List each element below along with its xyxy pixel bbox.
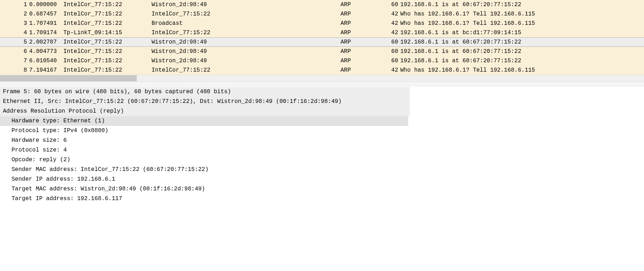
packet-info: 192.168.6.1 is at 60:67:20:77:15:22 xyxy=(400,0,644,9)
packet-number: 7 xyxy=(0,56,29,66)
packet-time: 1.707491 xyxy=(29,19,63,28)
packet-row[interactable]: 20.687457IntelCor_77:15:22IntelCor_77:15… xyxy=(0,9,644,19)
packet-row[interactable]: 87.194167IntelCor_77:15:22IntelCor_77:15… xyxy=(0,66,644,75)
packet-row[interactable]: 10.000000IntelCor_77:15:22Wistron_2d:98:… xyxy=(0,0,644,9)
packet-row[interactable]: 41.709174Tp-LinkT_09:14:15IntelCor_77:15… xyxy=(0,28,644,37)
packet-length: 42 xyxy=(378,9,400,19)
packet-length: 42 xyxy=(378,19,400,28)
packet-number: 2 xyxy=(0,9,29,19)
packet-length: 60 xyxy=(378,47,400,56)
packet-info: 192.168.6.1 is at 60:67:20:77:15:22 xyxy=(400,38,644,46)
detail-field-sender-mac[interactable]: Sender MAC address: IntelCor_77:15:22 (6… xyxy=(3,165,644,175)
packet-length: 60 xyxy=(378,56,400,66)
packet-time: 6.010540 xyxy=(29,56,63,66)
packet-number: 3 xyxy=(0,19,29,28)
detail-arp-summary[interactable]: Address Resolution Protocol (reply) xyxy=(0,107,410,116)
packet-length: 42 xyxy=(378,66,400,75)
packet-destination: Wistron_2d:98:49 xyxy=(152,38,341,46)
packet-source: IntelCor_77:15:22 xyxy=(63,56,152,66)
packet-protocol: ARP xyxy=(341,56,378,66)
detail-field-sender-ip[interactable]: Sender IP address: 192.168.6.1 xyxy=(3,175,644,184)
packet-protocol: ARP xyxy=(341,66,378,75)
horizontal-scrollbar[interactable] xyxy=(0,75,644,82)
packet-source: IntelCor_77:15:22 xyxy=(63,38,152,46)
detail-field-hardware-type[interactable]: Hardware type: Ethernet (1) xyxy=(0,116,408,126)
detail-field-target-ip[interactable]: Target IP address: 192.168.6.117 xyxy=(3,194,644,204)
detail-field-protocol-size[interactable]: Protocol size: 4 xyxy=(3,145,644,155)
packet-protocol: ARP xyxy=(341,9,378,19)
detail-frame-summary[interactable]: Frame 5: 60 bytes on wire (480 bits), 60… xyxy=(0,87,410,97)
packet-protocol: ARP xyxy=(341,47,378,56)
packet-source: IntelCor_77:15:22 xyxy=(63,0,152,9)
packet-details[interactable]: Frame 5: 60 bytes on wire (480 bits), 60… xyxy=(0,86,644,204)
packet-protocol: ARP xyxy=(341,19,378,28)
packet-length: 60 xyxy=(378,0,400,9)
packet-source: Tp-LinkT_09:14:15 xyxy=(63,28,152,37)
packet-row[interactable]: 76.010540IntelCor_77:15:22Wistron_2d:98:… xyxy=(0,56,644,66)
packet-source: IntelCor_77:15:22 xyxy=(63,66,152,75)
detail-field-protocol-type[interactable]: Protocol type: IPv4 (0x0800) xyxy=(3,126,644,136)
detail-field-opcode[interactable]: Opcode: reply (2) xyxy=(3,155,644,165)
packet-destination: IntelCor_77:15:22 xyxy=(152,66,341,75)
packet-time: 1.709174 xyxy=(29,28,63,37)
packet-time: 4.004773 xyxy=(29,47,63,56)
packet-source: IntelCor_77:15:22 xyxy=(63,9,152,19)
packet-time: 0.687457 xyxy=(29,9,63,19)
packet-number: 5 xyxy=(0,38,29,46)
packet-info: 192.168.6.1 is at 60:67:20:77:15:22 xyxy=(400,47,644,56)
packet-row[interactable]: 52.002787IntelCor_77:15:22Wistron_2d:98:… xyxy=(0,37,644,47)
packet-length: 42 xyxy=(378,28,400,37)
packet-row[interactable]: 64.004773IntelCor_77:15:22Wistron_2d:98:… xyxy=(0,47,644,56)
packet-destination: Wistron_2d:98:49 xyxy=(152,0,341,9)
packet-source: IntelCor_77:15:22 xyxy=(63,19,152,28)
packet-protocol: ARP xyxy=(341,38,378,46)
packet-protocol: ARP xyxy=(341,28,378,37)
packet-info: Who has 192.168.6.1? Tell 192.168.6.115 xyxy=(400,9,644,19)
detail-field-target-mac[interactable]: Target MAC address: Wistron_2d:98:49 (00… xyxy=(3,184,644,194)
packet-time: 7.194167 xyxy=(29,66,63,75)
pane-divider[interactable] xyxy=(0,82,644,86)
detail-ethernet-summary[interactable]: Ethernet II, Src: IntelCor_77:15:22 (60:… xyxy=(0,97,410,107)
packet-info: Who has 192.168.6.1? Tell 192.168.6.115 xyxy=(400,19,644,28)
packet-info: Who has 192.168.6.1? Tell 192.168.6.115 xyxy=(400,66,644,75)
detail-field-hardware-size[interactable]: Hardware size: 6 xyxy=(3,136,644,145)
packet-destination: Broadcast xyxy=(152,19,341,28)
scrollbar-thumb[interactable] xyxy=(0,75,137,81)
packet-length: 60 xyxy=(378,38,400,46)
packet-number: 8 xyxy=(0,66,29,75)
packet-destination: IntelCor_77:15:22 xyxy=(152,28,341,37)
packet-destination: Wistron_2d:98:49 xyxy=(152,47,341,56)
packet-info: 192.168.6.1 is at 60:67:20:77:15:22 xyxy=(400,56,644,66)
packet-list[interactable]: 10.000000IntelCor_77:15:22Wistron_2d:98:… xyxy=(0,0,644,75)
packet-destination: IntelCor_77:15:22 xyxy=(152,9,341,19)
packet-destination: Wistron_2d:98:49 xyxy=(152,56,341,66)
packet-row[interactable]: 31.707491IntelCor_77:15:22BroadcastARP42… xyxy=(0,19,644,28)
packet-number: 1 xyxy=(0,0,29,9)
packet-protocol: ARP xyxy=(341,0,378,9)
packet-info: 192.168.6.1 is at bc:d1:77:09:14:15 xyxy=(400,28,644,37)
packet-number: 4 xyxy=(0,28,29,37)
packet-source: IntelCor_77:15:22 xyxy=(63,47,152,56)
packet-number: 6 xyxy=(0,47,29,56)
packet-time: 0.000000 xyxy=(29,0,63,9)
packet-time: 2.002787 xyxy=(29,38,63,46)
